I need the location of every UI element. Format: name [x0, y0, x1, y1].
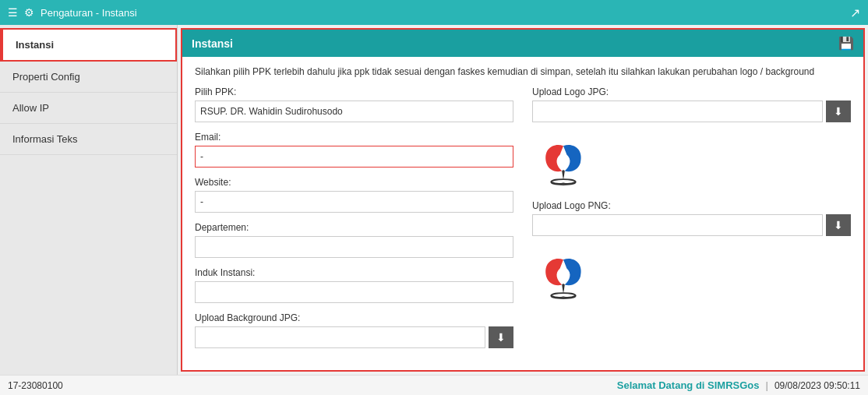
content-area: Instansi 💾 Silahkan pilih PPK terlebih d… — [178, 25, 868, 375]
upload-logo-png-button[interactable]: ⬇ — [826, 214, 851, 236]
sidebar: Instansi Properti Config Allow IP Inform… — [0, 25, 178, 375]
logo-png-preview — [532, 245, 595, 308]
sidebar-item-informasi-teks[interactable]: Informasi Teks — [0, 124, 177, 155]
logo-png-svg — [536, 249, 591, 304]
website-group: Website: — [195, 177, 513, 213]
upload-logo-png-row: ⬇ — [532, 214, 851, 236]
upload-bg-jpg-group: Upload Background JPG: ⬇ — [195, 312, 513, 348]
pilih-ppk-group: Pilih PPK: — [195, 86, 513, 122]
upload-logo-jpg-row: ⬇ — [532, 101, 851, 122]
upload-logo-jpg-group: Upload Logo JPG: ⬇ — [532, 86, 851, 122]
departemen-group: Departemen: — [195, 222, 513, 258]
email-label: Email: — [195, 132, 513, 143]
topbar-left: ☰ ⚙ Pengaturan - Instansi — [8, 6, 137, 19]
upload-bg-jpg-input[interactable] — [195, 326, 485, 348]
bottombar-welcome: Selamat Datang di SIMRSGos — [617, 379, 760, 391]
email-input[interactable] — [195, 146, 513, 168]
website-label: Website: — [195, 177, 513, 188]
sidebar-item-allow-ip-label: Allow IP — [12, 102, 49, 114]
content-panel-title: Instansi — [192, 37, 233, 50]
info-text: Silahkan pilih PPK terlebih dahulu jika … — [195, 66, 851, 77]
bottombar-divider: | — [766, 379, 768, 391]
topbar-right-icon[interactable]: ↗ — [850, 5, 860, 20]
content-panel: Instansi 💾 Silahkan pilih PPK terlebih d… — [181, 28, 865, 372]
logo-jpg-svg — [536, 136, 591, 190]
sidebar-item-properti-config-label: Properti Config — [12, 71, 80, 83]
bottombar-datetime: 09/08/2023 09:50:11 — [774, 380, 860, 391]
sidebar-item-instansi[interactable]: Instansi — [0, 28, 177, 62]
pilih-ppk-label: Pilih PPK: — [195, 86, 513, 97]
topbar-title: Pengaturan - Instansi — [41, 7, 137, 19]
topbar: ☰ ⚙ Pengaturan - Instansi ↗ — [0, 0, 868, 25]
upload-logo-jpg-input[interactable] — [532, 101, 823, 122]
menu-icon[interactable]: ☰ — [8, 6, 18, 19]
upload-logo-png-input[interactable] — [532, 214, 823, 236]
form-left-column: Pilih PPK: Email: Website: Depar — [195, 86, 513, 358]
upload-logo-jpg-label: Upload Logo JPG: — [532, 86, 851, 97]
induk-instansi-label: Induk Instansi: — [195, 267, 513, 278]
sidebar-item-allow-ip[interactable]: Allow IP — [0, 93, 177, 124]
pilih-ppk-input[interactable] — [195, 101, 513, 122]
bottombar-id: 17-23080100 — [8, 380, 63, 391]
bottombar-center: Selamat Datang di SIMRSGos | 09/08/2023 … — [617, 379, 860, 391]
bottombar: 17-23080100 Selamat Datang di SIMRSGos |… — [0, 375, 868, 395]
sidebar-item-informasi-teks-label: Informasi Teks — [12, 133, 78, 145]
content-header: Instansi 💾 — [182, 30, 863, 57]
form-right-column: Upload Logo JPG: ⬇ — [532, 86, 851, 358]
upload-logo-jpg-button[interactable]: ⬇ — [826, 101, 851, 122]
departemen-label: Departemen: — [195, 222, 513, 233]
induk-instansi-group: Induk Instansi: — [195, 267, 513, 303]
content-body: Silahkan pilih PPK terlebih dahulu jika … — [182, 57, 863, 370]
upload-bg-jpg-row: ⬇ — [195, 326, 513, 348]
website-input[interactable] — [195, 191, 513, 213]
save-icon[interactable]: 💾 — [838, 36, 854, 51]
upload-bg-jpg-label: Upload Background JPG: — [195, 312, 513, 323]
email-group: Email: — [195, 132, 513, 168]
departemen-input[interactable] — [195, 236, 513, 258]
upload-bg-jpg-button[interactable]: ⬇ — [489, 326, 513, 348]
sidebar-item-instansi-label: Instansi — [16, 39, 54, 51]
upload-logo-png-group: Upload Logo PNG: ⬇ — [532, 200, 851, 236]
main-layout: Instansi Properti Config Allow IP Inform… — [0, 25, 868, 375]
sidebar-item-properti-config[interactable]: Properti Config — [0, 62, 177, 93]
form-grid: Pilih PPK: Email: Website: Depar — [195, 86, 851, 358]
upload-logo-png-label: Upload Logo PNG: — [532, 200, 851, 211]
gear-icon: ⚙ — [24, 6, 34, 19]
logo-jpg-preview — [532, 132, 595, 194]
induk-instansi-input[interactable] — [195, 281, 513, 303]
